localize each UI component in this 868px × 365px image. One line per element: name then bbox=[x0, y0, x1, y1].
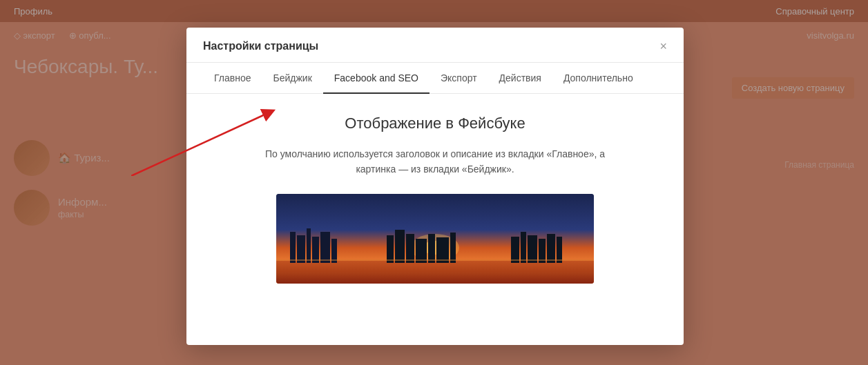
facebook-preview-image bbox=[276, 194, 594, 284]
tab-actions[interactable]: Действия bbox=[488, 63, 552, 93]
svg-rect-10 bbox=[387, 235, 394, 263]
svg-rect-6 bbox=[307, 228, 311, 263]
svg-rect-20 bbox=[539, 239, 546, 263]
svg-rect-8 bbox=[320, 232, 330, 263]
svg-rect-9 bbox=[331, 239, 337, 263]
svg-rect-19 bbox=[528, 235, 537, 263]
modal-close-button[interactable]: × bbox=[659, 40, 667, 62]
svg-rect-7 bbox=[312, 237, 319, 263]
tab-main[interactable]: Главное bbox=[203, 63, 262, 93]
page-settings-modal: Настройки страницы × Главное Бейджик Fac… bbox=[186, 28, 684, 345]
modal-body: Отображение в Фейсбуке По умолчанию испо… bbox=[186, 94, 684, 300]
tab-export[interactable]: Экспорт bbox=[430, 63, 488, 93]
modal-tabs: Главное Бейджик Facebook and SEO Экспорт… bbox=[186, 63, 684, 94]
modal-header: Настройки страницы × bbox=[186, 28, 684, 63]
svg-rect-4 bbox=[290, 232, 296, 263]
svg-rect-5 bbox=[297, 235, 305, 263]
tab-more[interactable]: Дополнительно bbox=[552, 63, 644, 93]
svg-rect-16 bbox=[450, 233, 456, 263]
section-title: Отображение в Фейсбуке bbox=[203, 115, 667, 132]
svg-rect-15 bbox=[436, 237, 449, 263]
svg-rect-14 bbox=[428, 234, 435, 263]
svg-rect-12 bbox=[406, 234, 414, 263]
tab-facebook[interactable]: Facebook and SEO bbox=[323, 63, 430, 93]
svg-rect-21 bbox=[547, 234, 555, 263]
svg-rect-3 bbox=[276, 259, 594, 284]
tab-badge[interactable]: Бейджик bbox=[262, 63, 323, 93]
svg-rect-11 bbox=[395, 230, 405, 263]
svg-rect-18 bbox=[521, 232, 526, 263]
modal-title: Настройки страницы bbox=[203, 40, 318, 62]
section-desc: По умолчанию используется заголовок и оп… bbox=[255, 146, 615, 177]
svg-rect-22 bbox=[557, 237, 562, 263]
svg-rect-13 bbox=[416, 239, 427, 263]
preview-svg bbox=[276, 194, 594, 284]
svg-rect-23 bbox=[276, 259, 594, 261]
svg-rect-17 bbox=[511, 237, 519, 263]
